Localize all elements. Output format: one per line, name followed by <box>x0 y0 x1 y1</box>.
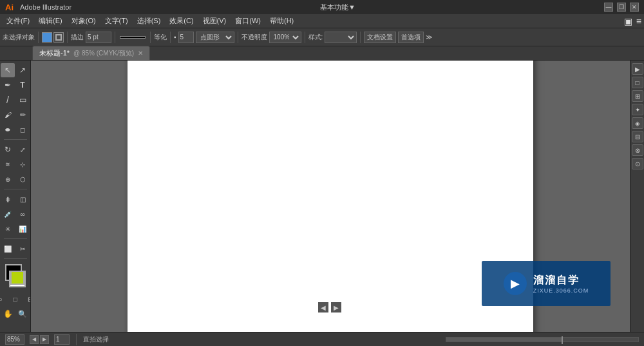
eyedropper-tools-row: 💉 ∞ <box>1 207 30 221</box>
perspective-tool[interactable]: ⬡ <box>15 172 30 186</box>
minimize-button[interactable]: — <box>604 3 613 12</box>
none-icon[interactable]: ○ <box>0 292 8 306</box>
menu-window[interactable]: 窗口(W) <box>231 15 265 27</box>
watermark-play-icon: ▶ <box>504 272 527 295</box>
scroll-left-arrow[interactable]: ◀ <box>318 302 328 312</box>
shape-select[interactable]: 点圆形 <box>196 32 234 43</box>
tab-close-button[interactable]: ✕ <box>138 50 143 57</box>
menu-help[interactable]: 帮助(H) <box>266 15 298 27</box>
full-screen-icon[interactable]: ⊟ <box>23 292 32 306</box>
arrow-icon: ≫ <box>426 34 432 41</box>
page-input[interactable] <box>54 334 70 345</box>
paintbrush-tool[interactable]: 🖌 <box>1 108 15 122</box>
rotate-tool[interactable]: ↻ <box>1 142 15 157</box>
free-transform-tool[interactable]: ⊹ <box>15 157 30 171</box>
pen-tool[interactable]: ✒ <box>1 78 15 92</box>
menu-extra-icon: ≡ <box>636 16 641 26</box>
title-bar-center: 基本功能▼ <box>71 3 604 12</box>
stroke-pt-input[interactable] <box>86 32 111 43</box>
panel-btn-3[interactable]: ⊞ <box>632 90 643 102</box>
left-toolbar: ↖ ↗ ✒ T / ▭ 🖌 ✏ ⬬ ◻ ↻ ⤢ ≋ ⊹ ⊕ ⬡ <box>0 61 31 332</box>
tool-name-label: 直拍选择 <box>83 335 109 344</box>
menu-select[interactable]: 选择(S) <box>133 15 165 27</box>
eraser-tool[interactable]: ◻ <box>15 122 30 137</box>
doc-settings-button[interactable]: 文档设置 <box>364 32 396 43</box>
zoom-tool[interactable]: 🔍 <box>15 307 30 321</box>
canvas-area[interactable]: ▶ 溜溜自学 ZIXUE.3066.COM ◀ ▶ <box>31 61 630 332</box>
symbol-tool[interactable]: ✳ <box>1 222 15 236</box>
stroke-color-indicator[interactable] <box>10 271 24 285</box>
restore-button[interactable]: ❐ <box>617 3 626 12</box>
document-tab[interactable]: 未标题-1* @ 85% (CMYK/预览) ✕ <box>32 46 150 60</box>
title-bar: Ai Adobe Illustrator 基本功能▼ — ❐ ✕ <box>0 0 644 14</box>
fill-color-swatch[interactable] <box>42 32 52 43</box>
equalize-label: 等化 <box>154 33 167 42</box>
scale-tool[interactable]: ⤢ <box>15 142 30 157</box>
shape-builder-tool[interactable]: ⊕ <box>1 172 15 186</box>
eyedropper-tool[interactable]: 💉 <box>1 207 15 221</box>
stroke-preview <box>120 36 146 39</box>
symbol-tools-row: ✳ 📊 <box>1 222 30 236</box>
tool-separator-2 <box>4 189 27 189</box>
pencil-tool[interactable]: ✏ <box>15 108 30 122</box>
text-tool[interactable]: T <box>15 78 30 92</box>
rotate-tools-row: ↻ ⤢ <box>1 142 30 157</box>
tool-separator-3 <box>4 238 27 239</box>
close-button[interactable]: ✕ <box>630 3 639 12</box>
panel-btn-6[interactable]: ⊟ <box>632 131 643 142</box>
menu-effect[interactable]: 效果(C) <box>166 15 197 27</box>
panel-btn-5[interactable]: ◈ <box>632 117 643 129</box>
warp-tool[interactable]: ≋ <box>1 157 15 171</box>
blob-brush-tool[interactable]: ⬬ <box>1 122 15 137</box>
select-tools-row: ↖ ↗ <box>1 63 30 77</box>
line-tool[interactable]: / <box>1 93 15 107</box>
screen-mode-icon[interactable]: □ <box>8 292 23 306</box>
select-tool[interactable]: ↖ <box>1 63 15 77</box>
artboard-tool[interactable]: ⬜ <box>1 242 15 256</box>
timeline-progress <box>446 338 562 341</box>
direct-select-tool[interactable]: ↗ <box>15 63 30 77</box>
hand-tool[interactable]: ✋ <box>1 307 15 321</box>
rect-tool[interactable]: ▭ <box>15 93 30 107</box>
menu-right-icon: ▣ <box>624 16 632 26</box>
gradient-tool[interactable]: ◫ <box>15 192 30 206</box>
page-next-arrow[interactable]: ▶ <box>40 335 49 344</box>
menu-edit[interactable]: 编辑(E) <box>35 15 66 27</box>
opacity-select[interactable]: 100% <box>269 32 301 43</box>
menu-text[interactable]: 文字(T) <box>101 15 132 27</box>
toolbar: 未选择对象 描边 等化 ▪ 点圆形 不透明度 100% 样式: 文档设置 首选项… <box>0 28 644 46</box>
mesh-tool[interactable]: ⋕ <box>1 192 15 206</box>
title-bar-left: Ai Adobe Illustrator <box>5 3 71 12</box>
menu-file[interactable]: 文件(F) <box>3 15 33 27</box>
dot-count-label: ▪ <box>174 34 176 41</box>
panel-btn-2[interactable]: □ <box>632 77 643 88</box>
panel-btn-1[interactable]: ▶ <box>632 63 643 75</box>
nav-tools-row: ✋ 🔍 <box>1 307 30 321</box>
basic-function-label[interactable]: 基本功能▼ <box>320 3 355 11</box>
panel-btn-7[interactable]: ⊗ <box>632 144 643 156</box>
panel-btn-4[interactable]: ✦ <box>632 104 643 115</box>
bar-graph-tool[interactable]: 📊 <box>15 222 30 236</box>
toolbar-separator-8 <box>360 32 361 43</box>
ai-logo: Ai <box>5 3 14 12</box>
style-select[interactable] <box>325 32 357 43</box>
scroll-right-arrow[interactable]: ▶ <box>331 302 341 312</box>
status-separator <box>76 334 77 345</box>
menu-object[interactable]: 对象(O) <box>68 15 100 27</box>
slice-tool[interactable]: ✂ <box>15 242 30 256</box>
line-tools-row: / ▭ <box>1 93 30 107</box>
panel-btn-8[interactable]: ⊙ <box>632 158 643 169</box>
page-prev-arrow[interactable]: ◀ <box>30 335 39 344</box>
dot-count-input[interactable] <box>178 32 194 43</box>
timeline-bar <box>446 337 639 342</box>
zoom-input[interactable] <box>5 334 24 345</box>
right-panel: ▶ □ ⊞ ✦ ◈ ⊟ ⊗ ⊙ <box>630 61 644 332</box>
stroke-color-swatch[interactable] <box>53 32 64 43</box>
color-box <box>4 264 27 287</box>
menu-view[interactable]: 视图(V) <box>199 15 231 27</box>
blend-tool[interactable]: ∞ <box>15 207 30 221</box>
toolbar-separator-1 <box>38 32 39 43</box>
view-mode-row: ○ □ ⊟ <box>0 292 31 306</box>
pen-tools-row: ✒ T <box>1 78 30 92</box>
preferences-button[interactable]: 首选项 <box>398 32 424 43</box>
